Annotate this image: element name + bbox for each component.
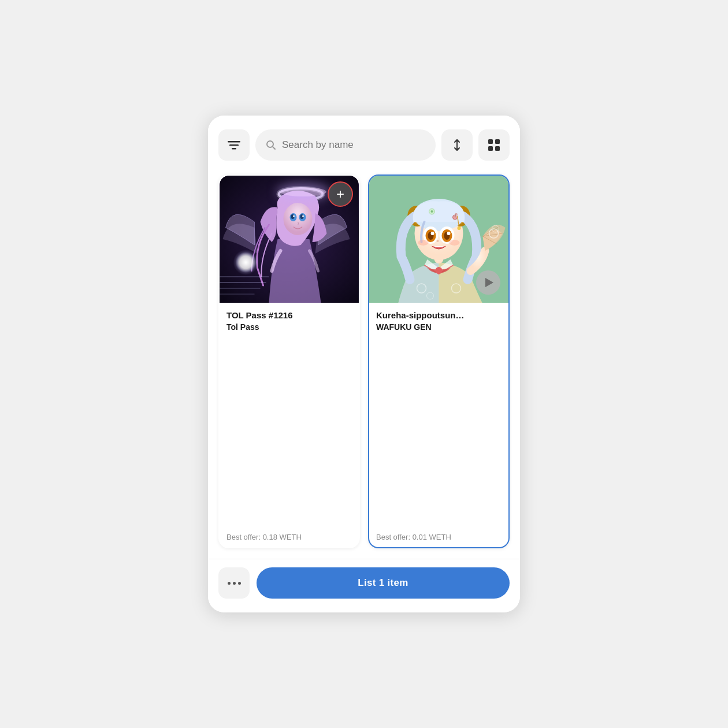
card-image-1: +	[220, 176, 359, 303]
filter-icon	[228, 140, 240, 150]
card-offer-1: Best offer: 0.18 WETH	[226, 533, 352, 541]
svg-rect-9	[488, 146, 493, 151]
sort-button[interactable]	[441, 129, 473, 161]
nft-grid: + TOL Pass #1216 Tol Pass Best offer: 0.…	[208, 169, 520, 559]
nft-card-1[interactable]: + TOL Pass #1216 Tol Pass Best offer: 0.…	[218, 174, 360, 548]
svg-point-48	[418, 240, 429, 246]
nft-card-2[interactable]: Kureha-sippoutsun… WAFUKU GEN Best offer…	[368, 174, 510, 548]
svg-point-19	[293, 216, 295, 217]
bottom-bar: List 1 item	[208, 559, 520, 612]
svg-rect-8	[495, 139, 500, 144]
search-icon	[266, 140, 276, 150]
card-image-2	[369, 176, 508, 303]
play-icon	[485, 278, 493, 287]
card-info-2: Kureha-sippoutsun… WAFUKU GEN Best offer…	[369, 303, 508, 547]
svg-point-20	[302, 216, 304, 217]
svg-line-4	[273, 147, 276, 150]
svg-point-47	[447, 232, 451, 235]
grid-view-button[interactable]	[478, 129, 510, 161]
filter-button[interactable]	[218, 129, 250, 161]
svg-rect-7	[488, 139, 493, 144]
svg-point-61	[458, 226, 461, 230]
list-items-button[interactable]: List 1 item	[257, 567, 510, 599]
card-offer-2: Best offer: 0.01 WETH	[376, 533, 502, 541]
svg-point-39	[431, 210, 433, 213]
search-input[interactable]	[282, 139, 425, 151]
svg-point-59	[436, 267, 443, 274]
plus-icon: +	[336, 187, 344, 201]
card-title-1: TOL Pass #1216	[226, 310, 352, 321]
svg-point-50	[437, 240, 439, 242]
grid-icon	[488, 139, 500, 151]
svg-rect-10	[495, 146, 500, 151]
dot-1	[228, 582, 231, 585]
card-artwork-2	[369, 176, 508, 303]
svg-rect-1	[229, 144, 239, 146]
play-button[interactable]	[476, 270, 500, 295]
svg-point-46	[431, 232, 434, 235]
add-to-selection-button[interactable]: +	[328, 181, 353, 207]
svg-point-14	[284, 203, 313, 235]
svg-point-22	[233, 250, 259, 275]
phone-container: + TOL Pass #1216 Tol Pass Best offer: 0.…	[208, 116, 520, 612]
card-artwork-1: +	[220, 176, 359, 303]
more-options-button[interactable]	[218, 567, 250, 599]
toolbar	[208, 116, 520, 169]
search-bar[interactable]	[255, 129, 436, 161]
sort-icon	[451, 139, 463, 151]
card-subtitle-1: Tol Pass	[226, 322, 352, 332]
svg-point-49	[450, 240, 460, 246]
card-subtitle-2: WAFUKU GEN	[376, 322, 502, 332]
svg-rect-2	[232, 148, 236, 150]
more-icon	[228, 582, 241, 585]
card-info-1: TOL Pass #1216 Tol Pass Best offer: 0.18…	[220, 303, 359, 547]
dot-2	[233, 582, 236, 585]
svg-rect-0	[228, 141, 240, 143]
card-title-2: Kureha-sippoutsun…	[376, 310, 502, 321]
dot-3	[238, 582, 241, 585]
